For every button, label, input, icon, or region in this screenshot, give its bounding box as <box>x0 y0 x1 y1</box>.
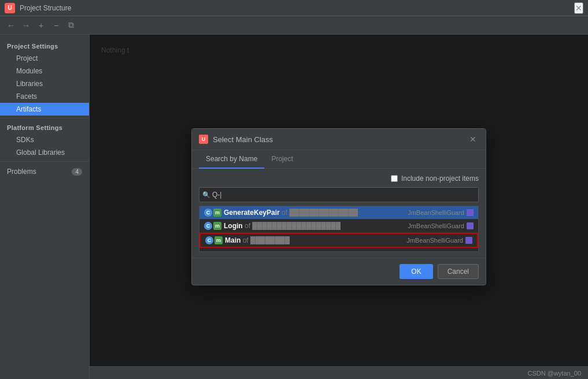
result-row-main[interactable]: C m Main of ████████ JmBeanShelliGuard <box>199 233 478 248</box>
ok-button[interactable]: OK <box>400 264 432 279</box>
app-logo: U <box>5 3 15 13</box>
sidebar-item-artifacts[interactable]: Artifacts <box>0 103 89 116</box>
module-name: JmBeanShelliGuard <box>408 222 464 229</box>
dialog-footer: OK Cancel <box>192 258 486 285</box>
dialog-close-button[interactable]: ✕ <box>467 133 479 145</box>
method-icon: m <box>215 236 223 244</box>
dialog-tabs: Search by Name Project <box>192 150 486 169</box>
method-icon: m <box>213 209 221 217</box>
result-name: GenerateKeyPair of ██████████████ <box>224 209 358 217</box>
bottom-bar: CSDN @wytan_00 <box>90 366 588 379</box>
result-name: Login of ██████████████████ <box>224 222 341 230</box>
include-non-project-row: Include non-project items <box>199 174 479 183</box>
result-row-login[interactable]: C m Login of ██████████████████ JmBeanSh… <box>199 220 478 233</box>
platform-settings-label: Platform Settings <box>0 121 89 133</box>
select-main-class-dialog: U Select Main Class ✕ Search by Name Pro… <box>191 128 486 285</box>
include-non-project-checkbox[interactable] <box>391 175 398 182</box>
result-left: C m Main of ████████ <box>205 236 406 244</box>
class-icon: C <box>204 209 212 217</box>
nav-back-button[interactable]: ← <box>5 19 17 32</box>
result-name: Main of ████████ <box>225 236 290 244</box>
method-icon: m <box>213 222 221 230</box>
include-non-project-label: Include non-project items <box>401 174 479 183</box>
result-left: C m Login of ██████████████████ <box>204 222 408 230</box>
sidebar-item-sdks[interactable]: SDKs <box>0 133 89 146</box>
result-row-generate-keypair[interactable]: C m GenerateKeyPair of ██████████████ Jm… <box>199 206 478 220</box>
window-title: Project Structure <box>20 4 71 12</box>
sidebar-divider-2 <box>0 161 89 162</box>
results-list: C m GenerateKeyPair of ██████████████ Jm… <box>199 206 479 252</box>
cancel-button[interactable]: Cancel <box>438 264 479 279</box>
main-layout: Project Settings Project Modules Librari… <box>0 35 588 379</box>
window-close-button[interactable]: ✕ <box>574 2 583 14</box>
sidebar-item-facets[interactable]: Facets <box>0 90 89 103</box>
module-icon <box>467 222 474 229</box>
dialog-content: Include non-project items 🔍 <box>192 169 486 258</box>
sidebar-item-global-libraries[interactable]: Global Libraries <box>0 146 89 159</box>
sidebar-item-libraries[interactable]: Libraries <box>0 77 89 90</box>
result-right: JmBeanShelliGuard <box>408 209 474 216</box>
credit-text: CSDN @wytan_00 <box>528 370 581 377</box>
dialog-title-left: U Select Main Class <box>199 135 273 144</box>
add-button[interactable]: + <box>35 19 47 32</box>
search-input[interactable] <box>199 187 479 202</box>
toolbar: ← → + − ⧉ <box>0 16 588 35</box>
sidebar-divider <box>0 118 89 118</box>
problems-badge: 4 <box>72 168 82 176</box>
sidebar-item-project[interactable]: Project <box>0 52 89 65</box>
tab-project[interactable]: Project <box>264 150 299 169</box>
dialog-overlay: U Select Main Class ✕ Search by Name Pro… <box>90 35 588 379</box>
dialog-title: Select Main Class <box>213 135 273 144</box>
dialog-logo: U <box>199 135 208 144</box>
class-icon: C <box>205 236 213 244</box>
search-icon: 🔍 <box>202 191 210 199</box>
search-input-wrapper: 🔍 <box>199 187 479 202</box>
module-name: JmBeanShelliGuard <box>408 209 464 216</box>
sidebar-item-modules[interactable]: Modules <box>0 65 89 77</box>
result-right: JmBeanShelliGuard <box>408 222 474 229</box>
module-icon <box>467 209 474 216</box>
module-name: JmBeanShelliGuard <box>406 237 463 244</box>
tab-search-by-name[interactable]: Search by Name <box>199 150 264 169</box>
nav-forward-button[interactable]: → <box>20 19 32 32</box>
remove-button[interactable]: − <box>50 19 62 32</box>
result-left: C m GenerateKeyPair of ██████████████ <box>204 209 408 217</box>
class-icon: C <box>204 222 212 230</box>
content-area: Nothing t U Select Main Class ✕ <box>90 35 588 379</box>
result-right: JmBeanShelliGuard <box>406 237 472 244</box>
dialog-title-bar: U Select Main Class ✕ <box>192 129 486 150</box>
sidebar: Project Settings Project Modules Librari… <box>0 35 90 379</box>
title-bar: U Project Structure ✕ <box>0 0 588 16</box>
dialog-body: Search by Name Project Include non-proje… <box>192 150 486 258</box>
module-icon <box>465 237 472 244</box>
title-bar-left: U Project Structure <box>5 3 71 13</box>
copy-button[interactable]: ⧉ <box>65 19 77 32</box>
sidebar-item-problems[interactable]: Problems 4 <box>0 164 89 179</box>
project-settings-label: Project Settings <box>0 39 89 52</box>
